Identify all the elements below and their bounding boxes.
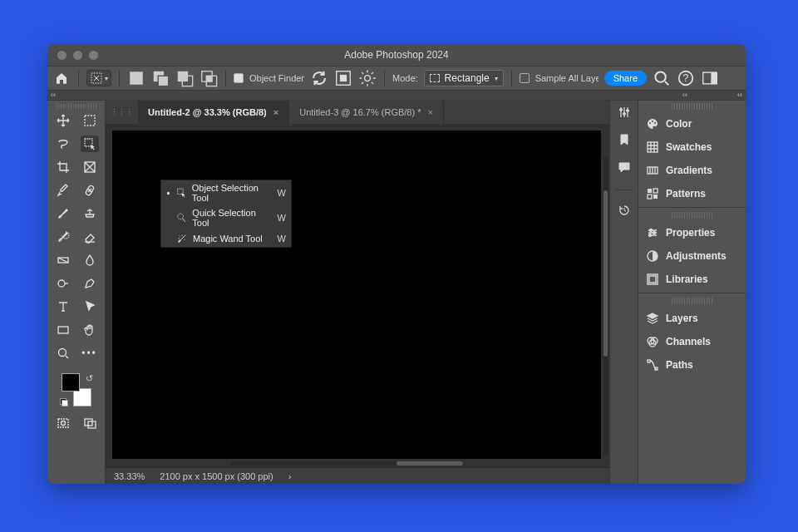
collapse-left-icon[interactable]: ‹‹ [51, 91, 56, 100]
tool-preset-dropdown[interactable]: ▾ [86, 70, 111, 86]
horizontal-scrollbar[interactable] [230, 461, 463, 466]
healing-brush-tool[interactable] [81, 182, 99, 199]
gradient-tool[interactable] [54, 252, 72, 268]
status-arrow-icon[interactable]: › [288, 471, 292, 481]
zoom-tool[interactable] [54, 345, 72, 362]
document-tab-1[interactable]: Untitled-2 @ 33.3% (RGB/8) × [138, 101, 289, 124]
close-tab-icon[interactable]: × [273, 107, 278, 117]
status-zoom[interactable]: 33.33% [114, 471, 145, 481]
panel-properties[interactable]: Properties [638, 221, 746, 244]
history-icon[interactable] [618, 204, 631, 219]
sample-all-layers-checkbox[interactable] [520, 73, 530, 83]
clone-stamp-tool[interactable] [81, 205, 99, 222]
marquee-tool[interactable] [81, 112, 99, 129]
options-gear-icon[interactable] [358, 69, 377, 87]
document-tab-label: Untitled-3 @ 16.7% (RGB/8) * [299, 107, 421, 117]
blur-tool[interactable] [81, 252, 99, 268]
edit-toolbar-button[interactable]: ••• [81, 345, 99, 362]
adjustments-icon[interactable] [618, 106, 631, 121]
lasso-tool[interactable] [54, 135, 72, 152]
eraser-tool[interactable] [81, 229, 99, 245]
collapse-right-icon[interactable]: ‹‹ [737, 91, 742, 100]
bookmark-icon[interactable] [618, 133, 631, 149]
panel-label: Swatches [666, 141, 712, 153]
document-tabs: ⋮⋮⋮ Untitled-2 @ 33.3% (RGB/8) × Untitle… [106, 101, 609, 124]
share-button[interactable]: Share [604, 71, 647, 86]
maximize-window-button[interactable] [89, 51, 98, 60]
panel-channels[interactable]: Channels [638, 330, 746, 353]
app-window: Adobe Photoshop 2024 ▾ Object Finder Mod… [47, 44, 746, 484]
status-dimensions[interactable]: 2100 px x 1500 px (300 ppi) [160, 471, 273, 481]
object-finder-label: Object Finder [249, 73, 304, 83]
hand-tool[interactable] [81, 322, 99, 338]
object-selection-tool[interactable] [81, 135, 99, 152]
document-tab-2[interactable]: Untitled-3 @ 16.7% (RGB/8) * × [289, 101, 444, 124]
comments-icon[interactable] [618, 160, 631, 176]
screen-mode-button[interactable] [81, 415, 99, 431]
help-button[interactable]: ? [677, 69, 695, 87]
titlebar: Adobe Photoshop 2024 [47, 44, 746, 66]
canvas-viewport[interactable] [106, 124, 609, 467]
workspace-button[interactable] [701, 69, 719, 87]
path-selection-tool[interactable] [81, 298, 99, 315]
panel-layers[interactable]: Layers [638, 307, 746, 330]
status-bar: 33.33% 2100 px x 1500 px (300 ppi) › [106, 467, 609, 484]
panel-libraries[interactable]: Libraries [638, 268, 746, 291]
minimize-window-button[interactable] [73, 51, 82, 60]
type-tool[interactable] [54, 298, 72, 315]
collapse-strip: ‹‹ ‹‹ ‹‹ [47, 91, 746, 101]
panel-grip[interactable] [672, 212, 712, 219]
panel-grip[interactable] [672, 298, 712, 304]
panel-patterns[interactable]: Patterns [638, 182, 746, 205]
close-window-button[interactable] [57, 51, 66, 60]
history-brush-tool[interactable] [54, 229, 72, 245]
home-button[interactable] [52, 69, 71, 87]
panel-adjustments[interactable]: Adjustments [638, 244, 746, 268]
close-tab-icon[interactable]: × [427, 107, 432, 117]
swap-colors-icon[interactable]: ↺ [86, 373, 93, 384]
flyout-quick-selection[interactable]: Quick Selection Tool W [161, 205, 291, 230]
panel-paths[interactable]: Paths [638, 353, 746, 377]
panel-color[interactable]: Color [638, 112, 746, 135]
svg-point-10 [365, 76, 371, 81]
collapse-mid-icon[interactable]: ‹‹ [682, 91, 687, 100]
panel-swatches[interactable]: Swatches [638, 135, 746, 159]
svg-rect-15 [711, 72, 717, 84]
selection-subtract-button[interactable] [175, 69, 194, 87]
selection-intersect-button[interactable] [200, 69, 218, 87]
selection-new-button[interactable] [127, 69, 145, 87]
show-objects-button[interactable] [334, 69, 352, 87]
object-finder-checkbox[interactable] [234, 73, 244, 83]
flyout-object-selection[interactable]: ▪ Object Selection Tool W [161, 180, 291, 205]
magic-wand-icon [176, 233, 188, 244]
svg-rect-16 [85, 116, 95, 126]
pen-tool[interactable] [81, 275, 99, 292]
frame-tool[interactable] [81, 159, 99, 175]
default-colors-icon[interactable] [60, 398, 68, 406]
selection-add-button[interactable] [151, 69, 170, 87]
svg-rect-49 [648, 360, 650, 362]
brush-tool[interactable] [54, 205, 72, 222]
svg-rect-36 [648, 189, 652, 193]
mode-select[interactable]: Rectangle ▾ [424, 70, 504, 86]
dodge-tool[interactable] [54, 275, 72, 292]
tab-grip[interactable]: ⋮⋮⋮ [111, 108, 133, 116]
vertical-scrollbar[interactable] [603, 157, 608, 456]
search-button[interactable] [653, 69, 671, 87]
quick-mask-button[interactable] [54, 415, 72, 431]
panel-grip[interactable] [672, 103, 712, 110]
flyout-magic-wand[interactable]: Magic Wand Tool W [161, 230, 291, 247]
svg-rect-34 [648, 142, 658, 152]
foreground-color[interactable] [62, 373, 80, 392]
svg-rect-22 [58, 327, 68, 333]
flyout-item-label: Magic Wand Tool [193, 234, 263, 244]
panel-divider [638, 207, 746, 208]
rectangle-shape-tool[interactable] [54, 322, 72, 338]
move-tool[interactable] [54, 112, 72, 129]
refresh-button[interactable] [310, 69, 328, 87]
eyedropper-tool[interactable] [54, 182, 72, 199]
crop-tool[interactable] [54, 159, 72, 175]
toolbox-grip[interactable] [56, 104, 97, 109]
foreground-background-swatch[interactable]: ↺ [60, 373, 93, 406]
panel-gradients[interactable]: Gradients [638, 159, 746, 182]
